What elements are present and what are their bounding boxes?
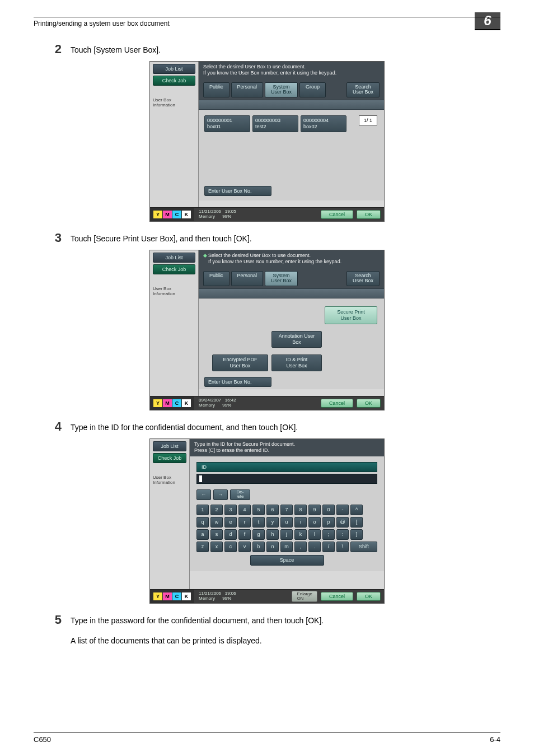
key-\[interactable]: \ [336,542,349,552]
key-;[interactable]: ; [322,529,335,540]
annotation-box[interactable]: Annotation User Box [271,331,322,348]
key-/[interactable]: / [322,542,335,552]
key-8[interactable]: 8 [294,505,307,515]
key-c[interactable]: c [224,542,237,552]
key-t[interactable]: t [252,517,265,528]
key-^[interactable]: ^ [350,505,363,515]
key-i[interactable]: i [294,517,307,528]
key-9[interactable]: 9 [308,505,321,515]
key-2[interactable]: 2 [210,505,223,515]
key-r[interactable]: r [238,517,251,528]
id-input[interactable] [196,474,377,484]
key-z[interactable]: z [196,542,209,552]
key-x[interactable]: x [210,542,223,552]
tab-search[interactable]: Search User Box [346,82,380,98]
cancel-button[interactable]: Cancel [321,399,353,408]
tab-group[interactable]: Group [299,82,326,98]
tab-system[interactable]: System User Box [265,82,298,98]
key-[[interactable]: [ [350,517,363,528]
toner-levels: YMCK [150,396,194,410]
key-s[interactable]: s [210,529,223,540]
key-b[interactable]: b [252,542,265,552]
key-delete[interactable]: De- lete [230,489,250,500]
step5-sub: A list of the documents that can be prin… [71,631,500,645]
key-4[interactable]: 4 [238,505,251,515]
shot3-instr2: Press [C] to erase the entered ID. [194,447,380,454]
step5-num: 5 [34,614,71,626]
key-space[interactable]: Space [250,555,324,566]
key-n[interactable]: n [266,542,279,552]
key-u[interactable]: u [280,517,293,528]
key-3[interactable]: 3 [224,505,237,515]
id-label: ID [196,462,377,472]
userbox-info-label: User Box Information [153,287,195,297]
id-print-box[interactable]: ID & Print User Box [271,354,322,371]
key-][interactable]: ] [350,529,363,540]
footer-right: 6-4 [490,735,500,744]
userbox-2[interactable]: 000000003test2 [252,115,298,132]
key-o[interactable]: o [308,517,321,528]
key-a[interactable]: a [196,529,209,540]
key-shift[interactable]: Shift [350,542,377,552]
key-j[interactable]: j [280,529,293,540]
key-.[interactable]: . [308,542,321,552]
tab-public[interactable]: Public [203,271,229,287]
shot1-instr2: If you know the User Box number, enter i… [203,70,380,76]
cancel-button[interactable]: Cancel [321,210,353,219]
key-g[interactable]: g [252,529,265,540]
key-k[interactable]: k [294,529,307,540]
enter-userbox-button[interactable]: Enter User Box No. [204,377,271,387]
key-f[interactable]: f [238,529,251,540]
tab-system[interactable]: System User Box [265,271,298,287]
userbox-1[interactable]: 000000001box01 [204,115,250,132]
tab-search[interactable]: Search User Box [346,271,380,287]
key-d[interactable]: d [224,529,237,540]
star-icon: ◆ [203,253,207,258]
check-job-button[interactable]: Check Job [153,453,186,463]
shot3-instr1: Type in the ID for the Secure Print docu… [194,441,380,447]
ok-button[interactable]: OK [357,210,381,219]
job-list-button[interactable]: Job List [153,64,195,74]
step4-text: Type in the ID for the confidential docu… [71,421,298,432]
key-left-arrow[interactable]: ← [196,489,211,500]
tab-personal[interactable]: Personal [231,82,264,98]
key-1[interactable]: 1 [196,505,209,515]
step3-text: Touch [Secure Print User Box], and then … [71,232,252,243]
tab-personal[interactable]: Personal [231,271,264,287]
ok-button[interactable]: OK [357,399,381,408]
key-7[interactable]: 7 [280,505,293,515]
cancel-button[interactable]: Cancel [321,592,353,601]
page-badge: 6 [475,12,500,30]
key-p[interactable]: p [322,517,335,528]
check-job-button[interactable]: Check Job [153,264,195,274]
userbox-3[interactable]: 000000004box02 [301,115,346,132]
key-e[interactable]: e [224,517,237,528]
key-@[interactable]: @ [336,517,349,528]
page-indicator: 1/ 1 [359,115,377,125]
key-w[interactable]: w [210,517,223,528]
key-q[interactable]: q [196,517,209,528]
key-v[interactable]: v [238,542,251,552]
key-0[interactable]: 0 [322,505,335,515]
secure-print-box[interactable]: Secure Print User Box [325,306,377,324]
enter-userbox-button[interactable]: Enter User Box No. [204,186,271,196]
shot2-instr1: Select the desired User Box to use docum… [208,253,311,258]
key-m[interactable]: m [280,542,293,552]
key--[interactable]: - [336,505,349,515]
check-job-button[interactable]: Check Job [153,76,195,86]
key-right-arrow[interactable]: → [213,489,228,500]
job-list-button[interactable]: Job List [153,441,186,451]
job-list-button[interactable]: Job List [153,253,195,263]
key-l[interactable]: l [308,529,321,540]
step5-text: Type in the password for the confidentia… [71,614,324,625]
key-,[interactable]: , [294,542,307,552]
encrypted-pdf-box[interactable]: Encrypted PDF User Box [212,354,268,371]
key-h[interactable]: h [266,529,279,540]
key-6[interactable]: 6 [266,505,279,515]
key-:[interactable]: : [336,529,349,540]
ok-button[interactable]: OK [357,592,381,601]
enlarge-button[interactable]: Enlarge ON [292,591,317,602]
key-y[interactable]: y [266,517,279,528]
tab-public[interactable]: Public [203,82,229,98]
key-5[interactable]: 5 [252,505,265,515]
